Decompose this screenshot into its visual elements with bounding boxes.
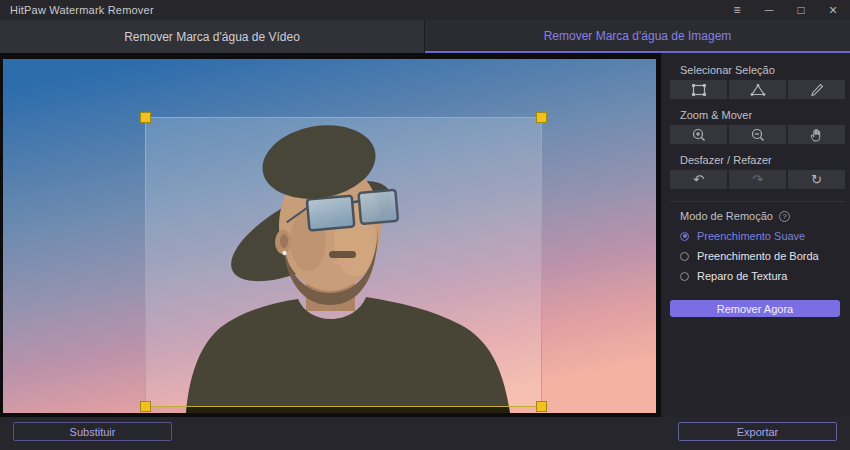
- section-title-undo-redo: Desfazer / Refazer: [680, 154, 845, 166]
- zoom-in-icon: [689, 127, 709, 143]
- zoom-out-button[interactable]: [729, 125, 786, 144]
- tab-bar: Remover Marca d'água de Vídeo Remover Ma…: [0, 20, 850, 53]
- export-button[interactable]: Exportar: [678, 422, 837, 441]
- radio-icon: [680, 252, 689, 261]
- rectangle-select-icon: [689, 82, 709, 98]
- remove-now-button[interactable]: Remover Agora: [670, 300, 840, 317]
- brush-select-button[interactable]: [788, 80, 845, 99]
- radio-label: Preenchimento de Borda: [697, 250, 819, 262]
- radio-icon: [680, 272, 689, 281]
- section-title-zoom: Zoom & Mover: [680, 109, 845, 121]
- menu-icon[interactable]: ≡: [724, 0, 750, 20]
- section-title-selection: Selecionar Seleção: [680, 64, 845, 76]
- maximize-icon[interactable]: □: [788, 0, 814, 20]
- pan-hand-icon: [807, 127, 827, 143]
- app-window: HitPaw Watermark Remover ≡ ─ □ × Remover…: [0, 0, 850, 450]
- radio-smooth-filling[interactable]: Preenchimento Suave: [680, 230, 845, 242]
- tab-remove-video-watermark[interactable]: Remover Marca d'água de Vídeo: [0, 20, 425, 53]
- zoom-in-button[interactable]: [670, 125, 727, 144]
- removal-mode-title: Modo de Remoção: [680, 210, 773, 222]
- close-icon[interactable]: ×: [820, 0, 846, 20]
- window-controls: ≡ ─ □ ×: [724, 0, 846, 20]
- tab-remove-image-watermark[interactable]: Remover Marca d'água de Imagem: [425, 20, 850, 53]
- selection-handle-bottom-right[interactable]: [536, 401, 547, 412]
- selection-tools: [670, 80, 845, 99]
- help-icon[interactable]: ?: [779, 211, 790, 222]
- selection-handle-top-left[interactable]: [140, 112, 151, 123]
- footer-bar: Substituir Exportar: [0, 417, 850, 450]
- radio-icon: [680, 232, 689, 241]
- redo-button[interactable]: ↷: [729, 170, 786, 189]
- radio-edge-filling[interactable]: Preenchimento de Borda: [680, 250, 845, 262]
- zoom-out-icon: [748, 127, 768, 143]
- polygon-select-icon: [748, 82, 768, 98]
- undo-icon: ↶: [693, 173, 704, 186]
- radio-label: Reparo de Textura: [697, 270, 787, 282]
- rectangle-select-button[interactable]: [670, 80, 727, 99]
- brush-select-icon: [807, 82, 827, 98]
- selection-handle-bottom-left[interactable]: [140, 401, 151, 412]
- radio-texture-repair[interactable]: Reparo de Textura: [680, 270, 845, 282]
- editor-canvas: [0, 53, 661, 417]
- redo-icon: ↷: [752, 173, 763, 186]
- minimize-icon[interactable]: ─: [756, 0, 782, 20]
- watermark-selection-box[interactable]: [145, 117, 542, 407]
- title-bar: HitPaw Watermark Remover ≡ ─ □ ×: [0, 0, 850, 20]
- undo-button[interactable]: ↶: [670, 170, 727, 189]
- sidebar-divider: [670, 201, 845, 202]
- replace-button[interactable]: Substituir: [13, 422, 172, 441]
- tools-sidebar: Selecionar Seleção: [661, 53, 850, 417]
- removal-mode-header: Modo de Remoção ?: [680, 210, 845, 222]
- radio-label: Preenchimento Suave: [697, 230, 805, 242]
- tab-label: Remover Marca d'água de Imagem: [544, 29, 732, 43]
- photo-image[interactable]: [3, 59, 656, 413]
- selection-handle-top-right[interactable]: [536, 112, 547, 123]
- zoom-tools: [670, 125, 845, 144]
- polygon-select-button[interactable]: [729, 80, 786, 99]
- pan-hand-button[interactable]: [788, 125, 845, 144]
- reset-button[interactable]: ↻: [788, 170, 845, 189]
- tab-label: Remover Marca d'água de Vídeo: [124, 30, 300, 44]
- reset-icon: ↻: [811, 173, 822, 186]
- app-title: HitPaw Watermark Remover: [10, 4, 154, 16]
- history-tools: ↶ ↷ ↻: [670, 170, 845, 189]
